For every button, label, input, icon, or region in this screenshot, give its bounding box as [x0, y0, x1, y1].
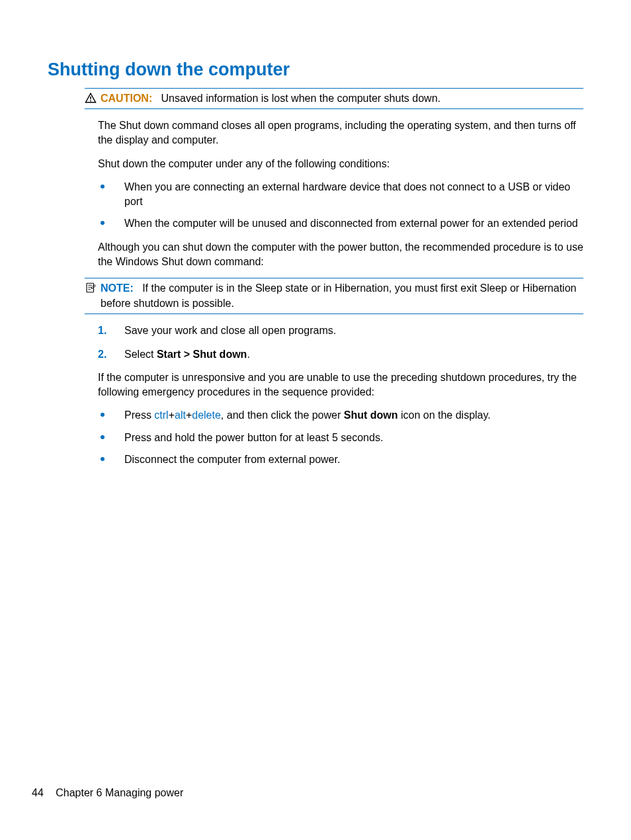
- paragraph: Shut down the computer under any of the …: [98, 157, 583, 171]
- list-item: Press ctrl+alt+delete, and then click th…: [98, 408, 583, 423]
- page-title: Shutting down the computer: [48, 60, 583, 80]
- paragraph: Although you can shut down the computer …: [98, 240, 583, 269]
- note-text: If the computer is in the Sleep state or…: [101, 282, 576, 308]
- step-item: Select Start > Shut down.: [98, 347, 583, 362]
- list-item: Press and hold the power button for at l…: [98, 431, 583, 445]
- document-page: Shutting down the computer CAUTION: Unsa…: [0, 0, 631, 467]
- paragraph: The Shut down command closes all open pr…: [98, 118, 583, 147]
- steps-list: Save your work and close all open progra…: [98, 323, 583, 361]
- svg-point-1: [90, 101, 91, 102]
- text: icon on the display.: [398, 409, 491, 421]
- text: +: [186, 409, 192, 421]
- svg-rect-2: [87, 283, 94, 292]
- note-text-container: NOTE: If the computer is in the Sleep st…: [101, 281, 583, 311]
- caution-text: Unsaved information is lost when the com…: [161, 93, 441, 104]
- list-item: When you are connecting an external hard…: [98, 180, 583, 208]
- caution-callout: CAUTION: Unsaved information is lost whe…: [85, 88, 583, 109]
- note-icon: [85, 282, 97, 294]
- text: , and then click the power: [221, 409, 344, 421]
- caution-text-container: CAUTION: Unsaved information is lost whe…: [101, 91, 583, 106]
- key-alt: alt: [175, 409, 186, 421]
- step-text: .: [247, 349, 249, 360]
- paragraph: If the computer is unresponsive and you …: [98, 370, 583, 399]
- emergency-list: Press ctrl+alt+delete, and then click th…: [98, 408, 583, 467]
- conditions-list: When you are connecting an external hard…: [98, 180, 583, 231]
- text: Press: [124, 409, 154, 421]
- step-item: Save your work and close all open progra…: [98, 323, 583, 338]
- note-label: NOTE:: [101, 282, 134, 294]
- step-text: Select: [124, 349, 157, 360]
- body-content: The Shut down command closes all open pr…: [98, 118, 583, 269]
- caution-icon: [85, 92, 97, 104]
- body-content-2: Save your work and close all open progra…: [98, 323, 583, 467]
- list-item: Disconnect the computer from external po…: [98, 452, 583, 467]
- list-item: When the computer will be unused and dis…: [98, 216, 583, 231]
- step-bold: Start > Shut down: [157, 349, 247, 360]
- page-number: 44: [32, 787, 44, 798]
- bold-text: Shut down: [344, 409, 398, 421]
- page-footer: 44 Chapter 6 Managing power: [32, 787, 183, 799]
- key-delete: delete: [192, 409, 221, 421]
- caution-label: CAUTION:: [101, 93, 152, 104]
- note-callout: NOTE: If the computer is in the Sleep st…: [85, 278, 583, 314]
- text: +: [169, 409, 175, 421]
- chapter-label: Chapter 6 Managing power: [56, 787, 183, 798]
- key-ctrl: ctrl: [154, 409, 168, 421]
